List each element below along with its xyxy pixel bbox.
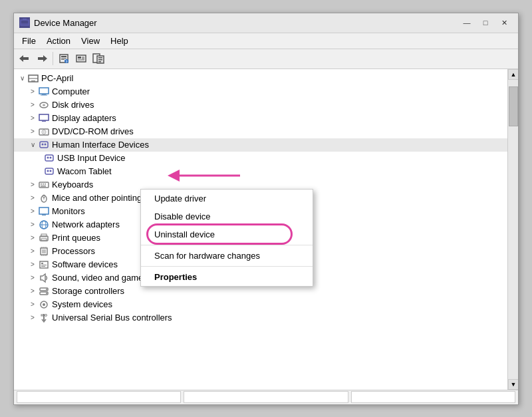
mice-icon (38, 193, 50, 204)
display-arrow: > (27, 114, 38, 122)
svg-rect-18 (98, 57, 102, 59)
properties-button[interactable]: ? (56, 51, 72, 67)
svg-rect-6 (61, 56, 66, 57)
tree-item-display[interactable]: > Display adapters (14, 112, 507, 125)
monitors-arrow: > (27, 208, 38, 215)
dvd-label: DVD/CD-ROM drives (52, 126, 134, 136)
tree-item-disk[interactable]: > Disk drives (14, 98, 507, 112)
hid-icon (38, 140, 50, 150)
scan-hardware-label: Scan for hardware changes (154, 251, 260, 261)
svg-marker-71 (41, 274, 45, 282)
tree-root[interactable]: ∨ PC-April (14, 72, 507, 85)
display-icon (38, 113, 50, 124)
processors-label: Processors (52, 246, 95, 256)
svg-point-77 (43, 303, 45, 306)
display-label: Display adapters (52, 113, 116, 123)
svg-rect-30 (42, 120, 46, 122)
svg-point-41 (47, 170, 49, 172)
system-arrow: > (27, 301, 38, 308)
close-button[interactable]: ✕ (495, 16, 513, 29)
ctx-separator-2 (141, 266, 313, 267)
svg-rect-46 (45, 184, 46, 185)
print-arrow: > (27, 234, 38, 241)
svg-rect-8 (61, 59, 65, 60)
uninstall-device-label: Uninstall device (154, 229, 215, 239)
forward-button[interactable] (34, 51, 50, 67)
software-label: Software devices (52, 259, 118, 269)
menu-action[interactable]: Action (41, 35, 76, 47)
svg-rect-34 (40, 142, 48, 148)
tree-item-system[interactable]: > System devices (14, 298, 507, 311)
ctx-uninstall-device[interactable]: Uninstall device (141, 225, 313, 243)
svg-point-74 (46, 289, 47, 290)
svg-rect-47 (41, 186, 46, 187)
tree-item-hid[interactable]: ∨ Human Interface Devices (14, 138, 507, 152)
tree-item-dvd[interactable]: > DVD/CD-ROM drives (14, 125, 507, 138)
menu-file[interactable]: File (17, 35, 41, 47)
status-bar (14, 390, 518, 404)
scroll-down-button[interactable]: ▼ (508, 379, 518, 390)
minimize-button[interactable]: — (458, 16, 475, 29)
svg-point-28 (43, 104, 45, 106)
svg-point-38 (47, 156, 49, 158)
svg-point-39 (50, 156, 52, 158)
tree-item-wacom[interactable]: Wacom Tablet (14, 165, 507, 178)
svg-rect-12 (78, 57, 81, 59)
svg-point-33 (43, 131, 45, 132)
computer-icon (38, 86, 50, 97)
svg-rect-1 (23, 19, 27, 20)
wacom-icon (43, 166, 55, 177)
print-icon (38, 233, 50, 243)
svg-point-80 (45, 314, 47, 316)
dvd-arrow: > (27, 128, 38, 135)
keyboards-label: Keyboards (52, 180, 93, 190)
update-button[interactable] (73, 51, 89, 67)
usb-arrow: > (27, 314, 38, 321)
system-label: System devices (52, 299, 112, 309)
ctx-update-driver[interactable]: Update driver (141, 190, 313, 208)
svg-rect-60 (42, 249, 46, 253)
maximize-button[interactable]: □ (477, 16, 494, 29)
root-icon (27, 73, 39, 84)
menu-bar: File Action View Help (14, 33, 518, 49)
tree-item-storage[interactable]: > Storage controllers (14, 285, 507, 298)
tree-item-computer[interactable]: > Computer (14, 85, 507, 98)
tree-item-usb-input[interactable]: USB Input Device (14, 152, 507, 165)
monitors-icon (38, 206, 50, 217)
update-driver-label: Update driver (154, 194, 206, 204)
svg-rect-37 (45, 155, 53, 161)
app-icon (19, 17, 30, 28)
menu-view[interactable]: View (76, 35, 105, 47)
ctx-properties[interactable]: Properties (141, 268, 313, 286)
svg-rect-51 (39, 208, 49, 214)
vertical-scrollbar[interactable]: ▲ ▼ (507, 69, 518, 390)
computer-arrow: > (27, 88, 38, 95)
menu-help[interactable]: Help (105, 35, 134, 47)
mice-arrow: > (27, 194, 38, 202)
svg-rect-24 (39, 88, 49, 94)
ctx-separator (141, 245, 313, 245)
scroll-up-button[interactable]: ▲ (508, 69, 518, 80)
back-button[interactable] (17, 51, 33, 67)
scan-button[interactable] (90, 51, 106, 67)
svg-rect-69 (41, 265, 47, 265)
hid-label: Human Interface Devices (52, 140, 149, 150)
svg-rect-20 (98, 61, 101, 63)
tree-item-usb[interactable]: > Universal Serial Bus controllers (14, 311, 507, 325)
svg-point-36 (45, 143, 47, 145)
ctx-scan-hardware[interactable]: Scan for hardware changes (141, 247, 313, 265)
print-label: Print queues (52, 233, 100, 243)
scroll-thumb[interactable] (509, 86, 518, 126)
network-icon (38, 219, 50, 230)
disable-device-label: Disable device (154, 211, 211, 221)
usb-icon (38, 313, 50, 323)
properties-label: Properties (154, 272, 197, 282)
scroll-track[interactable] (508, 80, 518, 379)
svg-marker-3 (19, 55, 29, 62)
title-bar: Device Manager — □ ✕ (14, 13, 518, 33)
svg-rect-70 (41, 266, 45, 267)
window-title: Device Manager (34, 18, 97, 28)
device-manager-window: Device Manager — □ ✕ File Action View He… (13, 13, 519, 405)
svg-rect-68 (41, 263, 43, 264)
ctx-disable-device[interactable]: Disable device (141, 208, 313, 225)
